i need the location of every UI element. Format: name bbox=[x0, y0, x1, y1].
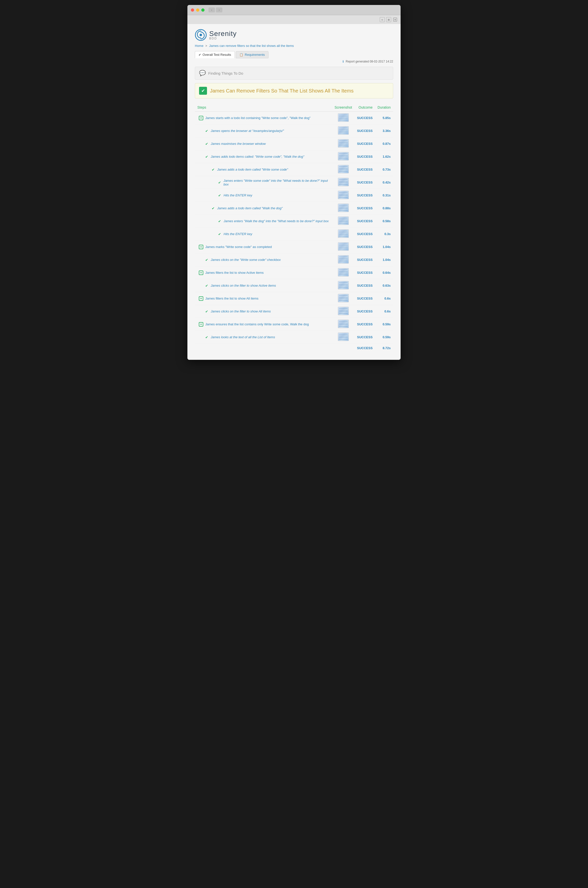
step-check-icon: ✔ bbox=[211, 206, 215, 210]
screenshot-thumbnail[interactable] bbox=[338, 294, 349, 302]
step-label: James filters the list to show Active it… bbox=[205, 271, 264, 275]
step-outcome: SUCCESS bbox=[354, 215, 375, 228]
table-row: ✔James enters "Walk the dog" into the "W… bbox=[195, 215, 393, 228]
step-duration: 0.64s bbox=[375, 266, 393, 279]
step-check-icon: ✔ bbox=[205, 155, 209, 159]
total-duration: 8.72s bbox=[375, 344, 393, 353]
add-tab-icon[interactable]: + bbox=[393, 18, 397, 22]
steps-table: Steps Screenshot Outcome Duration +James… bbox=[195, 104, 393, 352]
screenshot-thumbnail[interactable] bbox=[338, 255, 349, 264]
step-label: James ensures that the list contains onl… bbox=[205, 322, 309, 326]
logo-area: Serenity BDD bbox=[195, 29, 393, 41]
serenity-logo-icon bbox=[195, 29, 207, 41]
step-check-icon: ✔ bbox=[205, 335, 209, 339]
table-row: +James ensures that the list contains on… bbox=[195, 318, 393, 331]
screenshot-thumbnail[interactable] bbox=[338, 281, 349, 289]
table-row: ✔James adds todo items called: "Write so… bbox=[195, 150, 393, 163]
screenshot-thumbnail[interactable] bbox=[338, 242, 349, 251]
table-row: ✔James opens the browser at "/examples/a… bbox=[195, 125, 393, 137]
tab-overall-test-results[interactable]: ✔ Overall Test Results bbox=[195, 51, 235, 58]
chat-icon: 💬 bbox=[199, 70, 206, 77]
step-duration: 0.59s bbox=[375, 331, 393, 344]
step-outcome: SUCCESS bbox=[354, 189, 375, 202]
browser-titlebar: ‹ › bbox=[188, 5, 400, 15]
section-title: Finding Things To Do bbox=[208, 71, 243, 75]
step-outcome: SUCCESS bbox=[354, 228, 375, 240]
nav-back-button[interactable]: ‹ bbox=[208, 8, 215, 12]
expand-button[interactable]: + bbox=[199, 322, 203, 327]
step-duration: 3.36s bbox=[375, 125, 393, 137]
screenshot-thumbnail[interactable] bbox=[338, 139, 349, 147]
breadcrumb-home[interactable]: Home bbox=[195, 44, 204, 48]
table-row: ✔James clicks on the filter to show Acti… bbox=[195, 279, 393, 292]
screenshot-thumbnail[interactable] bbox=[338, 307, 349, 315]
tab-overall-icon: ✔ bbox=[198, 53, 201, 57]
table-row: ✔James adds a todo item called "Write so… bbox=[195, 163, 393, 176]
screenshot-thumbnail[interactable] bbox=[338, 229, 349, 238]
share-icon[interactable]: ⎋ bbox=[380, 17, 385, 22]
step-label: James looks at the text of all the List … bbox=[211, 335, 275, 339]
total-outcome: SUCCESS bbox=[354, 344, 375, 353]
story-header: ✔ James Can Remove Filters So That The L… bbox=[195, 83, 393, 98]
screenshot-thumbnail[interactable] bbox=[338, 332, 349, 341]
step-duration: 5.85s bbox=[375, 111, 393, 125]
step-label: James marks "Write some code" as complet… bbox=[205, 245, 272, 249]
expand-button[interactable]: + bbox=[199, 116, 203, 120]
tab-overall-label: Overall Test Results bbox=[202, 53, 231, 57]
step-label: James maximises the browser window bbox=[211, 142, 266, 146]
step-check-icon: ✔ bbox=[218, 180, 221, 185]
dot-yellow[interactable] bbox=[196, 8, 199, 12]
dot-green[interactable] bbox=[201, 8, 204, 12]
fullscreen-icon[interactable]: ⊞ bbox=[386, 17, 391, 22]
info-icon: ℹ bbox=[343, 60, 344, 63]
logo-text: Serenity BDD bbox=[209, 30, 237, 40]
screenshot-thumbnail[interactable] bbox=[338, 268, 349, 276]
step-label: James starts with a todo list containing… bbox=[205, 116, 310, 120]
nav-forward-button[interactable]: › bbox=[216, 8, 222, 12]
expand-button[interactable]: + bbox=[199, 245, 203, 249]
screenshot-thumbnail[interactable] bbox=[338, 152, 349, 161]
logo-bdd-label: BDD bbox=[209, 37, 237, 40]
svg-point-1 bbox=[200, 34, 202, 36]
step-outcome: SUCCESS bbox=[354, 318, 375, 331]
step-label: Hits the ENTER key bbox=[224, 194, 252, 197]
table-row: ✔James adds a todo item called "Walk the… bbox=[195, 202, 393, 215]
dot-red[interactable] bbox=[191, 8, 194, 12]
step-outcome: SUCCESS bbox=[354, 176, 375, 189]
step-outcome: SUCCESS bbox=[354, 266, 375, 279]
step-label: James filters the list to show All items bbox=[205, 297, 258, 300]
step-check-icon: ✔ bbox=[218, 194, 222, 197]
screenshot-thumbnail[interactable] bbox=[338, 216, 349, 225]
breadcrumb-sep: > bbox=[205, 44, 207, 48]
expand-button[interactable]: + bbox=[199, 296, 203, 301]
step-check-icon: ✔ bbox=[205, 142, 209, 146]
step-outcome: SUCCESS bbox=[354, 254, 375, 266]
step-label: James clicks on the filter to show All i… bbox=[211, 310, 271, 313]
step-duration: 0.6s bbox=[375, 292, 393, 305]
screenshot-thumbnail[interactable] bbox=[338, 126, 349, 135]
table-row: +James filters the list to show Active i… bbox=[195, 266, 393, 279]
expand-button[interactable]: + bbox=[199, 270, 203, 275]
table-row: ✔James enters "Write some code" into the… bbox=[195, 176, 393, 189]
step-outcome: SUCCESS bbox=[354, 240, 375, 254]
step-label: James adds a todo item called "Write som… bbox=[217, 168, 288, 171]
breadcrumb-current[interactable]: James can remove filters so that the lis… bbox=[209, 44, 294, 48]
page-content: Serenity BDD Home > James can remove fil… bbox=[188, 24, 400, 360]
step-check-icon: ✔ bbox=[218, 232, 222, 236]
step-outcome: SUCCESS bbox=[354, 292, 375, 305]
tab-requirements[interactable]: 📋 Requirements bbox=[236, 51, 268, 58]
screenshot-thumbnail[interactable] bbox=[338, 320, 349, 328]
report-generated-text: Report generated 08-02-2017 14:22 bbox=[346, 60, 393, 63]
screenshot-thumbnail[interactable] bbox=[338, 191, 349, 199]
table-row: ✔James maximises the browser windowSUCCE… bbox=[195, 137, 393, 150]
step-check-icon: ✔ bbox=[205, 284, 209, 288]
col-header-duration: Duration bbox=[375, 104, 393, 111]
screenshot-thumbnail[interactable] bbox=[338, 178, 349, 186]
screenshot-thumbnail[interactable] bbox=[338, 113, 349, 122]
step-label: James adds a todo item called "Walk the … bbox=[217, 206, 283, 210]
tab-requirements-label: Requirements bbox=[244, 53, 265, 57]
screenshot-thumbnail[interactable] bbox=[338, 165, 349, 173]
step-duration: 1.62s bbox=[375, 150, 393, 163]
step-check-icon: ✔ bbox=[205, 310, 209, 313]
screenshot-thumbnail[interactable] bbox=[338, 204, 349, 212]
